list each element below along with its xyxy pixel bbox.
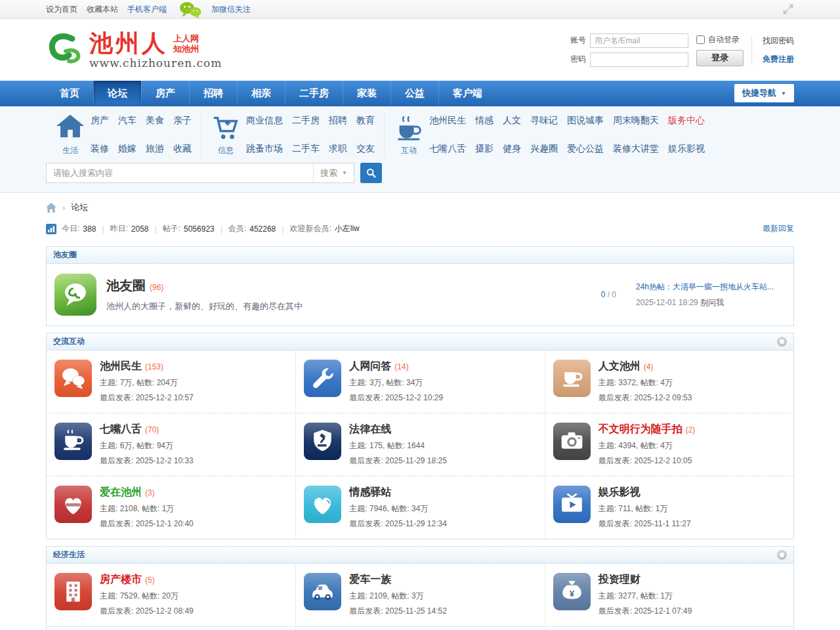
subnav-link[interactable]: 情感 (475, 112, 494, 128)
love-heart-icon[interactable] (54, 486, 92, 523)
subnav-link[interactable]: 二手车 (292, 140, 320, 156)
hot-post-link[interactable]: 24h热帖：大清早一瘸一拐地从火车站... (636, 282, 786, 293)
forum-title-link[interactable]: 人文池州 (598, 360, 640, 373)
new-member-link[interactable]: 小左liw (335, 223, 360, 234)
subnav-link[interactable]: 房产 (91, 112, 109, 128)
subnav-link[interactable]: 二手房 (292, 112, 320, 128)
forum-last-post[interactable]: 最后发表: 2025-11-25 14:52 (349, 606, 447, 617)
teacup-icon[interactable] (54, 423, 92, 460)
subnav-link[interactable]: 婚嫁 (118, 140, 136, 156)
subnav-link[interactable]: 娱乐影视 (668, 140, 705, 156)
chat-icon[interactable] (54, 360, 92, 397)
quick-nav-button[interactable]: 快捷导航▼ (734, 84, 794, 102)
nav-item-8[interactable]: 公益 (390, 81, 438, 106)
forum-title-link[interactable]: 不文明行为随手拍 (598, 423, 682, 436)
nav-item-6[interactable]: 二手房 (285, 81, 343, 106)
wrench-icon[interactable] (304, 360, 341, 397)
set-home-link[interactable]: 设为首页 (46, 4, 77, 15)
heart-icon[interactable] (304, 486, 341, 523)
wechat-icon[interactable] (178, 1, 202, 18)
forum-last-post[interactable]: 最后发表: 2025-12-2 09:53 (598, 392, 692, 404)
forum-title-link[interactable]: 法律在线 (349, 423, 391, 436)
forum-last-post[interactable]: 最后发表: 2025-11-29 12:34 (349, 518, 447, 530)
nav-item-2[interactable]: 论坛 (93, 81, 141, 106)
subnav-link[interactable]: 七嘴八舌 (429, 140, 466, 156)
nav-item-1[interactable]: 首页 (46, 81, 93, 106)
coffee-icon[interactable] (553, 360, 591, 397)
subnav-link[interactable]: 摄影 (475, 140, 494, 156)
nav-item-3[interactable]: 房产 (141, 81, 189, 106)
forum-last-post[interactable]: 最后发表: 2025-12-1 07:49 (598, 606, 692, 617)
forum-title-link[interactable]: 池州民生 (100, 360, 142, 373)
search-button[interactable] (360, 163, 382, 183)
password-input[interactable] (590, 52, 688, 67)
forum-title-link[interactable]: 池友圈 (106, 277, 146, 295)
bookmark-link[interactable]: 收藏本站 (87, 4, 118, 15)
forum-last-post[interactable]: 最后发表: 2025-12-2 10:57 (100, 392, 194, 404)
camera-icon[interactable] (553, 423, 591, 460)
forum-title-link[interactable]: 爱在池州 (100, 486, 142, 499)
forum-title-link[interactable]: 七嘴八舌 (100, 423, 142, 436)
subnav-link[interactable]: 人文 (503, 112, 521, 128)
shield-gavel-icon[interactable] (304, 423, 341, 460)
forum-title-link[interactable]: 情感驿站 (349, 486, 391, 499)
forum-title-link[interactable]: 房产楼市 (100, 573, 142, 587)
search-type-select[interactable]: 搜索▼ (313, 163, 354, 182)
site-logo[interactable]: 池州人 上人网 知池州 www.chizhouren.com (46, 30, 222, 70)
film-icon[interactable] (553, 486, 591, 523)
nav-item-9[interactable]: 客户端 (438, 81, 496, 106)
mobile-client-link[interactable]: 手机客户端 (127, 4, 167, 15)
nav-item-4[interactable]: 招聘 (189, 81, 237, 106)
subnav-link[interactable]: 装修大讲堂 (613, 140, 659, 156)
login-button[interactable]: 登录 (696, 50, 744, 66)
forum-title-link[interactable]: 投资理财 (598, 573, 640, 587)
forum-last-post[interactable]: 最后发表: 2025-11-29 18:25 (349, 455, 447, 467)
subnav-link[interactable]: 兴趣圈 (530, 140, 558, 156)
subnav-link[interactable]: 旅游 (146, 140, 164, 156)
subnav-link[interactable]: 跳蚤市场 (246, 140, 283, 156)
collapse-toggle-icon[interactable] (777, 337, 787, 346)
search-input[interactable] (47, 163, 313, 182)
forum-title-link[interactable]: 娱乐影视 (598, 486, 640, 499)
moneybag-icon[interactable]: ¥ (553, 573, 591, 610)
subnav-link[interactable]: 健身 (503, 140, 521, 156)
subnav-link[interactable]: 亲子 (173, 112, 192, 128)
fullscreen-icon[interactable] (782, 3, 794, 15)
subnav-link[interactable]: 爱心公益 (567, 140, 604, 156)
subnav-link[interactable]: 周末嗨翻天 (613, 112, 659, 128)
nav-item-5[interactable]: 相亲 (237, 81, 285, 106)
subnav-link[interactable]: 装修 (91, 140, 109, 156)
forum-last-post[interactable]: 最后发表: 2025-11-1 11:27 (598, 518, 691, 530)
building-icon[interactable] (54, 573, 92, 610)
forum-title-link[interactable]: 人网问答 (349, 360, 391, 373)
subnav-link[interactable]: 池州民生 (429, 112, 466, 128)
latest-reply-link[interactable]: 最新回复 (763, 223, 794, 234)
account-input[interactable] (590, 33, 688, 48)
wechat-follow-link[interactable]: 加微信关注 (211, 4, 251, 15)
czr-bubble-icon[interactable] (54, 274, 96, 316)
car-icon[interactable] (304, 573, 341, 610)
home-icon[interactable] (46, 203, 56, 213)
forum-last-post[interactable]: 最后发表: 2025-12-2 10:05 (598, 455, 696, 467)
auto-login-checkbox[interactable] (696, 35, 705, 44)
subnav-link[interactable]: 图说城事 (567, 112, 604, 128)
subnav-link[interactable]: 版务中心 (668, 112, 705, 128)
find-password-link[interactable]: 找回密码 (763, 35, 794, 47)
subnav-link[interactable]: 寻味记 (530, 112, 558, 128)
forum-last-post[interactable]: 最后发表: 2025-12-2 10:29 (349, 392, 443, 404)
forum-last-post[interactable]: 最后发表: 2025-12-2 10:33 (100, 455, 194, 467)
forum-title-link[interactable]: 爱车一族 (349, 573, 391, 587)
forum-last-post[interactable]: 最后发表: 2025-12-1 20:40 (100, 518, 194, 530)
hot-post-author-link[interactable]: 别问我 (700, 298, 724, 307)
subnav-link[interactable]: 教育 (356, 112, 375, 128)
subnav-link[interactable]: 汽车 (118, 112, 136, 128)
subnav-link[interactable]: 美食 (146, 112, 164, 128)
subnav-link[interactable]: 交友 (356, 140, 375, 156)
register-link[interactable]: 免费注册 (763, 54, 794, 65)
subnav-link[interactable]: 招聘 (329, 112, 347, 128)
subnav-link[interactable]: 收藏 (173, 140, 192, 156)
collapse-toggle-icon[interactable] (777, 550, 787, 560)
subnav-link[interactable]: 商业信息 (246, 112, 283, 128)
forum-last-post[interactable]: 最后发表: 2025-12-2 08:49 (100, 606, 194, 617)
nav-item-7[interactable]: 家装 (343, 81, 390, 106)
